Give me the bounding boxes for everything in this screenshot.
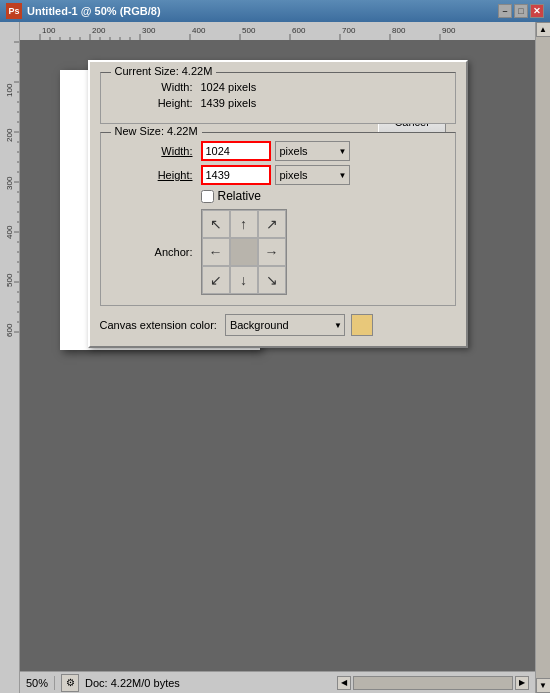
extension-color-label: Canvas extension color: <box>100 319 217 331</box>
anchor-mid-center[interactable] <box>230 238 258 266</box>
title-bar: Ps Untitled-1 @ 50% (RGB/8) – □ ✕ <box>0 0 550 22</box>
svg-text:500: 500 <box>5 273 14 287</box>
close-button[interactable]: ✕ <box>530 4 544 18</box>
svg-text:600: 600 <box>5 323 14 337</box>
canvas-container: OK Cancel Current Size: 4.22M Width: 102… <box>20 40 535 671</box>
top-ruler: 100 200 300 400 500 600 700 800 900 <box>20 22 535 40</box>
current-height-value: 1439 pixels <box>201 97 257 109</box>
doc-info: Doc: 4.22M/0 bytes <box>85 677 180 689</box>
anchor-top-left[interactable]: ↖ <box>202 210 230 238</box>
anchor-mid-right[interactable]: → <box>258 238 286 266</box>
horizontal-scrollbar[interactable] <box>353 676 513 690</box>
anchor-mid-left[interactable]: ← <box>202 238 230 266</box>
maximize-button[interactable]: □ <box>514 4 528 18</box>
new-width-label: Width: <box>113 145 193 157</box>
relative-label: Relative <box>218 189 261 203</box>
new-height-row: Height: 1439 pixels percent inches cm <box>113 165 443 185</box>
new-height-label: Height: <box>113 169 193 181</box>
extension-color-swatch[interactable] <box>351 314 373 336</box>
svg-text:700: 700 <box>342 26 356 35</box>
canvas-size-dialog: OK Cancel Current Size: 4.22M Width: 102… <box>88 60 468 348</box>
height-input[interactable]: 1439 <box>201 165 271 185</box>
current-size-legend: Current Size: 4.22M <box>111 65 217 77</box>
new-height-label-text: Height: <box>158 169 193 181</box>
new-width-row: Width: 1024 pixels percent inches cm <box>113 141 443 161</box>
right-scrollbar: ▲ ▼ <box>535 22 550 693</box>
anchor-grid: ↖ ↑ ↗ ← → ↙ ↓ ↘ <box>201 209 287 295</box>
width-unit-wrapper: pixels percent inches cm <box>271 141 350 161</box>
current-size-section: Current Size: 4.22M Width: 1024 pixels H… <box>100 72 456 124</box>
left-ruler-marks: 100 200 300 400 <box>0 22 20 693</box>
svg-text:800: 800 <box>392 26 406 35</box>
new-width-label-text: Width: <box>161 145 192 157</box>
window-title: Untitled-1 @ 50% (RGB/8) <box>27 5 498 17</box>
svg-text:300: 300 <box>142 26 156 35</box>
extension-color-select[interactable]: Background Foreground White Black Gray O… <box>225 314 345 336</box>
svg-text:100: 100 <box>5 83 14 97</box>
new-size-section: New Size: 4.22M Width: 1024 pixels <box>100 132 456 306</box>
svg-text:200: 200 <box>5 128 14 142</box>
svg-rect-0 <box>0 22 20 693</box>
status-bar: 50% ⚙ Doc: 4.22M/0 bytes ◀ ▶ <box>20 671 535 693</box>
scroll-up-button[interactable]: ▲ <box>536 22 551 37</box>
current-height-label: Height: <box>113 97 193 109</box>
width-input[interactable]: 1024 <box>201 141 271 161</box>
vertical-scroll-track[interactable] <box>536 37 551 678</box>
svg-text:200: 200 <box>92 26 106 35</box>
relative-row: Relative <box>201 189 443 203</box>
anchor-top-right[interactable]: ↗ <box>258 210 286 238</box>
svg-text:900: 900 <box>442 26 456 35</box>
anchor-section: Anchor: ↖ ↑ ↗ ← → ↙ ↓ <box>113 209 443 295</box>
current-width-value: 1024 pixels <box>201 81 257 93</box>
svg-text:500: 500 <box>242 26 256 35</box>
height-unit-wrapper: pixels percent inches cm <box>271 165 350 185</box>
scroll-right-button[interactable]: ▶ <box>515 676 529 690</box>
width-unit-select[interactable]: pixels percent inches cm <box>275 141 350 161</box>
status-divider-1 <box>54 676 55 690</box>
svg-text:100: 100 <box>42 26 56 35</box>
extension-select-wrapper: Background Foreground White Black Gray O… <box>225 314 345 336</box>
minimize-button[interactable]: – <box>498 4 512 18</box>
svg-text:300: 300 <box>5 176 14 190</box>
svg-text:400: 400 <box>192 26 206 35</box>
svg-text:400: 400 <box>5 225 14 239</box>
app-icon: Ps <box>6 3 22 19</box>
zoom-level: 50% <box>26 677 48 689</box>
anchor-bot-center[interactable]: ↓ <box>230 266 258 294</box>
current-width-row: Width: 1024 pixels <box>113 81 443 93</box>
current-height-row: Height: 1439 pixels <box>113 97 443 109</box>
relative-checkbox[interactable] <box>201 190 214 203</box>
svg-text:600: 600 <box>292 26 306 35</box>
anchor-top-center[interactable]: ↑ <box>230 210 258 238</box>
scroll-left-button[interactable]: ◀ <box>337 676 351 690</box>
new-size-legend: New Size: 4.22M <box>111 125 202 137</box>
status-icon-button[interactable]: ⚙ <box>61 674 79 692</box>
height-unit-select[interactable]: pixels percent inches cm <box>275 165 350 185</box>
scroll-down-button[interactable]: ▼ <box>536 678 551 693</box>
left-ruler: 100 200 300 400 <box>0 22 20 693</box>
current-width-label: Width: <box>113 81 193 93</box>
anchor-bot-left[interactable]: ↙ <box>202 266 230 294</box>
anchor-bot-right[interactable]: ↘ <box>258 266 286 294</box>
anchor-label: Anchor: <box>113 246 193 258</box>
extension-color-row: Canvas extension color: Background Foreg… <box>100 314 456 336</box>
